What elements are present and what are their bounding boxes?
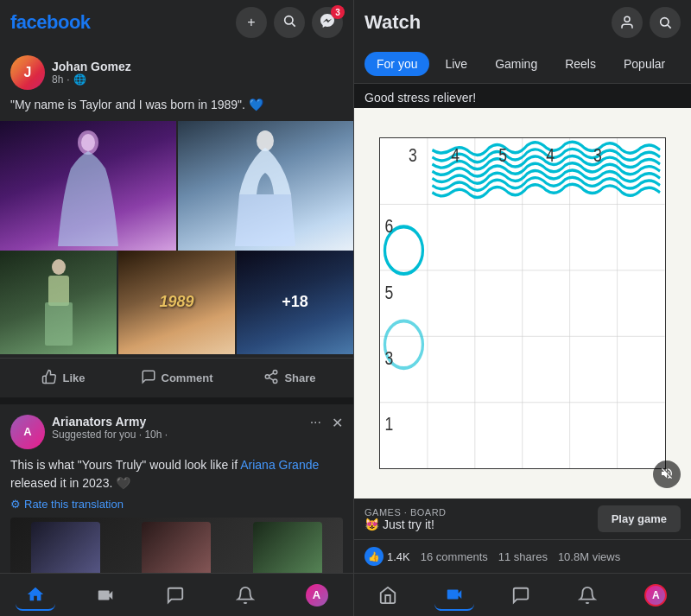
search-icon — [282, 14, 296, 31]
media-thumb-2 — [142, 522, 211, 573]
watch-stats: 👍 1.4K 16 comments 11 shares 10.8M views — [354, 539, 691, 573]
avatar-johan: J — [10, 55, 45, 90]
right-header-icons — [612, 7, 681, 38]
close-post-button[interactable]: ✕ — [332, 415, 343, 431]
post-1-text: "My name is Taylor and I was born in 198… — [0, 97, 353, 121]
comment-icon — [141, 369, 156, 387]
add-button[interactable]: + — [236, 7, 267, 38]
svg-point-0 — [285, 16, 293, 24]
comment-label: Comment — [162, 372, 213, 384]
svg-text:3: 3 — [385, 347, 394, 368]
svg-text:5: 5 — [385, 282, 394, 302]
post-1-photos: 1989 +18 — [0, 121, 353, 354]
svg-text:1: 1 — [385, 414, 394, 435]
avatar-arianators: A — [10, 415, 45, 449]
post-1-user-info: Johan Gomez 8h · 🌐 — [52, 60, 343, 86]
tab-gaming[interactable]: Gaming — [483, 52, 549, 76]
photo-2[interactable] — [178, 121, 354, 251]
add-icon: + — [247, 15, 255, 30]
comments-stat: 16 comments — [421, 550, 488, 563]
svg-line-15 — [668, 25, 671, 29]
svg-rect-7 — [45, 302, 73, 346]
post-1-username: Johan Gomez — [52, 60, 343, 73]
svg-text:3: 3 — [409, 144, 417, 165]
watch-nav-home[interactable] — [368, 581, 408, 610]
game-bar: GAMES · BOARD 😻 Just try it! Play game — [354, 499, 691, 539]
post-2-media[interactable] — [10, 518, 343, 573]
svg-text:4: 4 — [546, 144, 555, 165]
post-2-suggested: Suggested for you · 10h · — [52, 429, 303, 441]
like-button[interactable]: Like — [7, 362, 120, 394]
photo-3[interactable] — [0, 251, 117, 354]
post-2-user-info: Arianators Army Suggested for you · 10h … — [52, 415, 303, 444]
post-2-text: This is what "Yours Truly" would look li… — [10, 456, 343, 492]
grid-drawing: 3 4 5 4 3 6 5 3 1 — [354, 108, 691, 499]
tab-reels[interactable]: Reels — [553, 52, 608, 76]
photo-5[interactable]: +18 — [237, 251, 353, 354]
tab-for-you[interactable]: For you — [365, 52, 429, 76]
watch-nav-profile[interactable]: A — [634, 579, 677, 612]
left-panel: facebook + — [0, 0, 354, 616]
nav-home[interactable] — [16, 580, 55, 611]
game-name: 😻 Just try it! — [365, 518, 447, 531]
right-bottom-nav: A — [354, 573, 691, 616]
video-container[interactable]: 3 4 5 4 3 6 5 3 1 — [354, 108, 691, 499]
sound-icon — [660, 467, 674, 483]
watch-search-button[interactable] — [650, 7, 681, 38]
right-header: Watch — [354, 0, 691, 45]
svg-line-12 — [269, 372, 274, 375]
share-button[interactable]: Share — [233, 362, 346, 394]
svg-text:3: 3 — [593, 144, 602, 165]
svg-point-3 — [81, 134, 95, 151]
likes-stat: 👍 1.4K — [365, 547, 410, 566]
privacy-icon: 🌐 — [73, 73, 86, 86]
svg-point-5 — [52, 259, 66, 275]
search-button[interactable] — [274, 7, 305, 38]
svg-line-11 — [269, 378, 274, 380]
post-1-meta: 8h · 🌐 — [52, 73, 343, 86]
shares-stat: 11 shares — [498, 550, 548, 563]
left-content: J Johan Gomez 8h · 🌐 "My name is Taylor … — [0, 45, 353, 573]
rate-translation[interactable]: ⚙ Rate this translation — [10, 498, 343, 511]
svg-rect-6 — [48, 276, 69, 306]
more-options-button[interactable]: ··· — [310, 415, 321, 430]
post-1-actions: Like Comment — [0, 358, 353, 397]
photo-4[interactable]: 1989 — [118, 251, 235, 354]
share-label: Share — [284, 372, 315, 384]
comment-button[interactable]: Comment — [120, 362, 233, 394]
tab-live[interactable]: Live — [433, 52, 479, 76]
svg-point-14 — [661, 18, 669, 26]
photo-1[interactable] — [0, 121, 176, 251]
watch-nav-notifications[interactable] — [567, 581, 607, 610]
app-logo: facebook — [10, 11, 91, 34]
svg-line-1 — [292, 23, 295, 27]
game-category: GAMES · BOARD — [365, 507, 447, 518]
photo-row-bottom: 1989 +18 — [0, 251, 353, 354]
photo-more-count: +18 — [282, 293, 308, 311]
views-stat: 10.8M views — [558, 550, 620, 563]
messenger-badge: 3 — [331, 5, 345, 19]
messenger-button[interactable]: 3 — [312, 7, 343, 38]
nav-profile[interactable]: A — [295, 579, 339, 612]
left-header: facebook + — [0, 0, 353, 45]
watch-nav-video[interactable] — [434, 580, 474, 611]
post-1: J Johan Gomez 8h · 🌐 "My name is Taylor … — [0, 45, 353, 404]
sound-button[interactable] — [653, 460, 681, 488]
watch-person-button[interactable] — [612, 7, 643, 38]
nav-video[interactable] — [86, 581, 125, 610]
grid-paper: 3 4 5 4 3 6 5 3 1 — [379, 137, 666, 469]
play-game-button[interactable]: Play game — [598, 505, 681, 532]
ariana-link[interactable]: Ariana Grande — [240, 458, 319, 472]
svg-text:6: 6 — [385, 215, 394, 236]
like-icon: 👍 — [365, 547, 384, 566]
nav-messages[interactable] — [155, 581, 195, 610]
nav-notifications[interactable] — [225, 581, 265, 610]
likes-count: 1.4K — [387, 550, 410, 563]
post-2-header-actions: ··· ✕ — [310, 415, 343, 431]
watch-nav-messages[interactable] — [501, 581, 541, 610]
svg-text:4: 4 — [452, 144, 460, 165]
left-bottom-nav: A — [0, 573, 353, 616]
svg-text:5: 5 — [499, 144, 508, 165]
watch-content: Good stress reliever! — [354, 84, 691, 573]
tab-popular[interactable]: Popular — [612, 52, 677, 76]
